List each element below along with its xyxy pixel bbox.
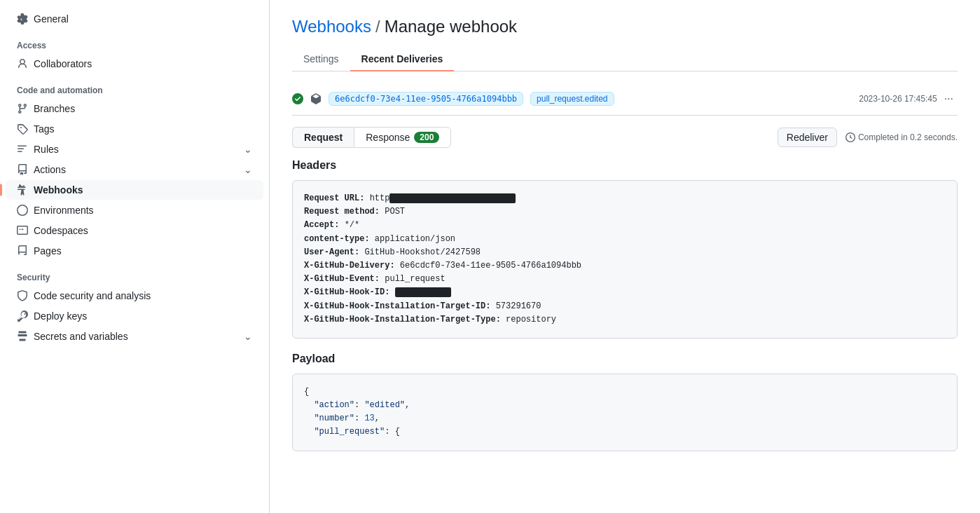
webhooks-breadcrumb-link[interactable]: Webhooks (292, 17, 371, 36)
sidebar-item-environments[interactable]: Environments (6, 200, 263, 220)
webhooks-icon (17, 184, 28, 196)
user-agent-key: User-Agent: (304, 247, 359, 257)
payload-section-title: Payload (292, 353, 958, 365)
installation-target-id-key: X-GitHub-Hook-Installation-Target-ID: (304, 301, 490, 311)
request-url-value-prefix: http (370, 193, 390, 203)
delivery-id-badge: 6e6cdcf0-73e4-11ee-9505-4766a1094bbb (329, 92, 523, 106)
breadcrumb-separator: / (375, 17, 380, 36)
sidebar-section-access: Access (0, 29, 269, 53)
sidebar-item-tags[interactable]: Tags (6, 119, 263, 139)
sidebar-environments-label: Environments (34, 205, 94, 216)
headers-section-title: Headers (292, 159, 958, 172)
sidebar-item-secrets[interactable]: Secrets and variables ⌄ (6, 327, 263, 346)
sidebar-actions-label: Actions (34, 164, 66, 175)
header-delivery: X-GitHub-Delivery: 6e6cdcf0-73e4-11ee-95… (304, 259, 946, 273)
rules-chevron-icon: ⌄ (244, 144, 252, 155)
sidebar-item-rules[interactable]: Rules ⌄ (6, 139, 263, 159)
hook-id-key: X-GitHub-Hook-ID: (304, 287, 389, 297)
tab-settings[interactable]: Settings (292, 48, 350, 71)
headers-block: Request URL: http Request method: POST A… (292, 180, 958, 338)
payload-line3: "number": 13, (304, 412, 946, 425)
header-installation-target-id: X-GitHub-Hook-Installation-Target-ID: 57… (304, 300, 946, 313)
tag-icon (17, 123, 28, 135)
package-icon (310, 93, 322, 104)
tab-response[interactable]: Response 200 (354, 127, 451, 148)
installation-target-type-key: X-GitHub-Hook-Installation-Target-Type: (304, 315, 501, 324)
check-icon (292, 93, 303, 104)
req-res-tabs: Request Response 200 (292, 127, 451, 148)
payload-block: { "action": "edited", "number": 13, "pul… (292, 374, 958, 451)
sidebar-codespaces-label: Codespaces (34, 225, 88, 236)
tab-recent-deliveries[interactable]: Recent Deliveries (350, 48, 455, 71)
git-branch-icon (17, 103, 28, 114)
sidebar-pages-label: Pages (34, 245, 62, 256)
sidebar-section-security: Security (0, 261, 269, 285)
sidebar-item-branches[interactable]: Branches (6, 99, 263, 118)
codespaces-icon (17, 225, 28, 236)
header-user-agent: User-Agent: GitHub-Hookshot/2427598 (304, 246, 946, 259)
sidebar-item-code-security[interactable]: Code security and analysis (6, 286, 263, 306)
sidebar-tags-label: Tags (34, 123, 55, 135)
redeliver-button[interactable]: Redeliver (778, 128, 837, 147)
delivery-event-badge: pull_request.edited (530, 92, 614, 106)
shield-icon (17, 290, 28, 301)
delivery-more-button[interactable]: ··· (940, 91, 958, 107)
sidebar-item-codespaces[interactable]: Codespaces (6, 221, 263, 240)
tab-request[interactable]: Request (292, 127, 354, 148)
main-content: Webhooks / Manage webhook Settings Recen… (270, 0, 980, 513)
header-content-type: content-type: application/json (304, 233, 946, 246)
page-title: Webhooks / Manage webhook (292, 17, 958, 36)
delivery-key: X-GitHub-Delivery: (304, 261, 395, 271)
sidebar-item-general[interactable]: General (6, 9, 263, 29)
clock-icon (846, 132, 855, 142)
sidebar: General Access Collaborators Code and au… (0, 0, 270, 513)
gear-icon (17, 13, 28, 25)
actions-chevron-icon: ⌄ (244, 164, 252, 175)
rules-icon (17, 144, 28, 155)
event-key: X-GitHub-Event: (304, 274, 380, 284)
sidebar-section-code: Code and automation (0, 74, 269, 98)
sidebar-rules-label: Rules (34, 144, 59, 155)
event-val: pull_request (385, 274, 445, 284)
sidebar-item-webhooks[interactable]: Webhooks (6, 180, 263, 200)
sidebar-item-pages[interactable]: Pages (6, 241, 263, 261)
secrets-icon (17, 331, 28, 342)
header-event: X-GitHub-Event: pull_request (304, 273, 946, 286)
response-label: Response (366, 132, 410, 143)
key-icon (17, 310, 28, 322)
req-res-bar: Request Response 200 Redeliver Completed… (292, 127, 958, 148)
payload-line1: { (304, 385, 946, 399)
status-code-badge: 200 (414, 132, 439, 143)
accept-val: */* (345, 220, 360, 230)
sidebar-item-collaborators[interactable]: Collaborators (6, 54, 263, 74)
delivery-val: 6e6cdcf0-73e4-11ee-9505-4766a1094bbb (400, 261, 581, 271)
delivery-timestamp: 2023-10-26 17:45:45 (859, 94, 937, 104)
sidebar-secrets-label: Secrets and variables (34, 331, 128, 342)
request-method-val: POST (385, 207, 405, 217)
header-accept: Accept: */* (304, 219, 946, 232)
accept-key: Accept: (304, 220, 339, 230)
installation-target-type-val: repository (506, 315, 556, 324)
header-request-method: Request method: POST (304, 205, 946, 219)
sidebar-general-label: General (34, 13, 69, 25)
sidebar-deploy-keys-label: Deploy keys (34, 310, 87, 322)
redeliver-area: Redeliver Completed in 0.2 seconds. (778, 128, 958, 147)
sidebar-webhooks-label: Webhooks (34, 184, 83, 196)
request-url-redacted (389, 193, 516, 203)
pages-icon (17, 245, 28, 256)
header-installation-target-type: X-GitHub-Hook-Installation-Target-Type: … (304, 313, 946, 327)
hook-id-redacted (395, 287, 451, 297)
secrets-chevron-icon: ⌄ (244, 331, 252, 342)
header-hook-id: X-GitHub-Hook-ID: (304, 286, 946, 299)
actions-icon (17, 164, 28, 175)
completed-label: Completed in 0.2 seconds. (858, 132, 958, 142)
request-method-key: Request method: (304, 207, 380, 217)
payload-line2: "action": "edited", (304, 399, 946, 412)
header-request-url: Request URL: http (304, 192, 946, 205)
sidebar-item-deploy-keys[interactable]: Deploy keys (6, 306, 263, 326)
installation-target-id-val: 573291670 (496, 301, 541, 311)
manage-webhook-title: Manage webhook (385, 17, 517, 36)
delivery-time: 2023-10-26 17:45:45 ··· (859, 91, 958, 107)
sidebar-item-actions[interactable]: Actions ⌄ (6, 160, 263, 179)
completed-text: Completed in 0.2 seconds. (846, 132, 958, 142)
